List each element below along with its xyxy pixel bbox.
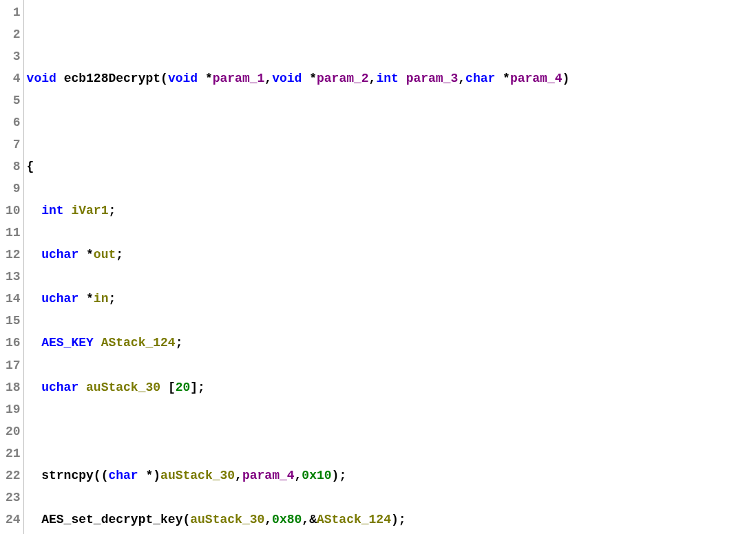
comma: , <box>264 513 272 526</box>
bracket: [ <box>160 381 176 394</box>
keyword: int <box>376 72 398 85</box>
text <box>64 204 72 217</box>
code-line[interactable]: uchar *in; <box>27 288 756 310</box>
paren: ); <box>332 469 347 482</box>
line-number: 1 <box>6 1 21 23</box>
line-number: 6 <box>6 111 21 134</box>
line-number: 22 <box>6 464 21 487</box>
line-number: 21 <box>6 442 21 464</box>
line-number: 2 <box>6 23 21 45</box>
parameter: param_4 <box>510 72 563 85</box>
line-number-gutter: 1 2 3 4 5 6 7 8 9 10 11 12 13 14 15 16 1… <box>0 0 24 534</box>
indent <box>27 513 42 526</box>
code-line[interactable]: strncpy((char *)auStack_30,param_4,0x10)… <box>27 464 756 487</box>
line-number: 7 <box>6 134 21 156</box>
line-number: 19 <box>6 398 21 420</box>
text <box>78 381 86 394</box>
identifier: in <box>94 292 109 306</box>
line-number: 18 <box>6 376 21 398</box>
text: * <box>198 72 213 85</box>
code-line[interactable]: void ecb128Decrypt(void *param_1,void *p… <box>27 67 756 89</box>
number: 0x80 <box>272 513 302 526</box>
paren: ( <box>182 513 190 526</box>
paren: (( <box>94 469 109 482</box>
line-number: 23 <box>6 487 21 509</box>
line-number: 16 <box>6 332 21 354</box>
semicolon: ; <box>176 336 183 350</box>
keyword: int <box>41 204 63 217</box>
parameter: param_2 <box>317 72 369 85</box>
paren: ( <box>160 72 168 85</box>
identifier: auStack_30 <box>160 469 235 482</box>
line-number: 14 <box>6 288 21 310</box>
keyword: char <box>465 72 495 85</box>
keyword: uchar <box>41 381 78 394</box>
indent <box>27 381 42 394</box>
keyword: uchar <box>41 248 78 261</box>
keyword: uchar <box>41 292 78 306</box>
semicolon: ; <box>108 292 116 306</box>
identifier: auStack_30 <box>86 381 160 394</box>
bracket: ]; <box>190 381 205 394</box>
type: AES_KEY <box>41 336 94 350</box>
code-line[interactable]: uchar auStack_30 [20]; <box>27 376 756 398</box>
function-name: ecb128Decrypt <box>64 72 160 85</box>
parameter: param_1 <box>213 72 265 85</box>
line-number: 13 <box>6 266 21 288</box>
keyword: void <box>27 72 56 85</box>
number: 20 <box>176 381 191 394</box>
semicolon: ; <box>116 248 123 261</box>
indent <box>27 204 42 217</box>
paren: ); <box>391 513 406 526</box>
text: * <box>302 72 317 85</box>
line-number: 12 <box>6 244 21 266</box>
parameter: param_3 <box>406 72 459 85</box>
code-line[interactable]: uchar *out; <box>27 244 756 266</box>
code-line[interactable]: int iVar1; <box>27 200 756 222</box>
line-number: 10 <box>6 200 21 222</box>
indent <box>27 248 42 261</box>
code-line[interactable] <box>27 111 756 134</box>
code-line[interactable] <box>27 23 756 45</box>
code-editor[interactable]: void ecb128Decrypt(void *param_1,void *p… <box>24 0 756 534</box>
identifier: out <box>94 248 116 261</box>
comma: , <box>458 72 465 85</box>
line-number: 5 <box>6 89 21 111</box>
identifier: iVar1 <box>71 204 108 217</box>
comma: , <box>295 469 302 482</box>
code-line[interactable] <box>27 420 756 442</box>
comma: , <box>264 72 272 85</box>
identifier: AStack_124 <box>101 336 176 350</box>
text: * <box>78 292 94 306</box>
identifier: AStack_124 <box>317 513 391 526</box>
text: *) <box>138 469 160 482</box>
keyword: void <box>168 72 198 85</box>
indent <box>27 292 42 306</box>
function-call: AES_set_decrypt_key <box>41 513 182 526</box>
indent <box>27 336 42 350</box>
text <box>94 336 101 350</box>
line-number: 3 <box>6 45 21 67</box>
line-number: 20 <box>6 420 21 442</box>
text: * <box>78 248 94 261</box>
indent <box>27 469 42 482</box>
line-number: 9 <box>6 178 21 200</box>
code-line[interactable]: AES_KEY AStack_124; <box>27 332 756 354</box>
identifier: auStack_30 <box>190 513 264 526</box>
text <box>399 72 406 85</box>
line-number: 4 <box>6 67 21 89</box>
number: 0x10 <box>302 469 331 482</box>
line-number: 15 <box>6 310 21 332</box>
keyword: char <box>108 469 138 482</box>
text <box>56 72 64 85</box>
line-number: 17 <box>6 354 21 376</box>
code-line[interactable]: AES_set_decrypt_key(auStack_30,0x80,&ASt… <box>27 509 756 531</box>
line-number: 24 <box>6 509 21 531</box>
line-number: 11 <box>6 222 21 244</box>
parameter: param_4 <box>242 469 295 482</box>
keyword: void <box>272 72 302 85</box>
code-line[interactable]: { <box>27 156 756 178</box>
brace: { <box>27 160 34 173</box>
function-call: strncpy <box>41 469 94 482</box>
semicolon: ; <box>108 204 116 217</box>
